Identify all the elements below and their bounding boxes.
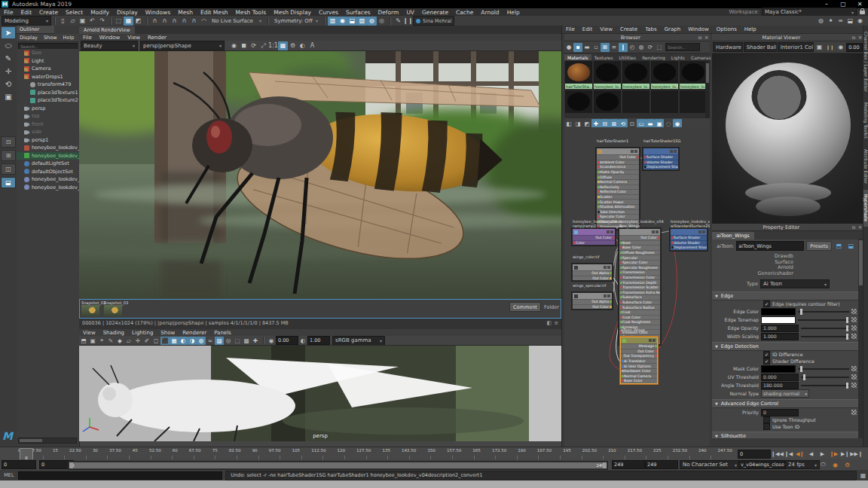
outliner-menu-item[interactable]: Display <box>17 35 41 41</box>
select-camera-icon[interactable]: ▣ <box>88 337 97 345</box>
viewer-camera-icon[interactable]: ▣ <box>815 43 824 52</box>
node-attribute-row[interactable]: Out Color <box>573 276 612 281</box>
snapshot-thumbnail[interactable]: Snapshot_02 <box>81 300 101 316</box>
isolate-aov-icon[interactable]: A <box>307 41 317 50</box>
clear-view-icon[interactable]: ⬚ <box>655 43 664 52</box>
node-attribute-row[interactable]: Out Color <box>619 235 660 240</box>
material-swatch[interactable] <box>622 90 649 113</box>
node-attribute-row[interactable]: Base Color <box>619 245 660 250</box>
status-toggle-icon[interactable]: ◧ <box>547 320 552 326</box>
scale-tool-icon[interactable]: ▣ <box>2 91 15 102</box>
sidebar-tab[interactable]: Attribute Editor <box>863 145 868 188</box>
node-hairtubeshader1[interactable]: hairTubeShader1 Out ColorAmbient ColorIn… <box>596 148 640 230</box>
renderview-menu-item[interactable]: Window <box>96 35 124 41</box>
viewer-geometry-selector[interactable]: Shader Ball <box>744 42 777 52</box>
node-port[interactable] <box>610 277 612 279</box>
property-editor-float-icon[interactable]: ⧉ <box>851 224 857 230</box>
sidebar-tab[interactable]: Channel Box / Layer Editor <box>863 27 868 96</box>
snap-grid-icon[interactable]: ∩ <box>150 17 160 26</box>
node-port[interactable] <box>620 261 622 264</box>
node-port[interactable] <box>598 196 600 198</box>
exposure-field[interactable]: 0.00 <box>276 336 298 345</box>
browser-tab[interactable]: Cameras <box>688 54 714 60</box>
checkbox-row[interactable]: Shader Difference <box>712 358 858 364</box>
node-attribute-row[interactable]: Displacement Shader <box>671 245 707 250</box>
menu-item[interactable]: Create <box>35 9 62 16</box>
slider[interactable] <box>798 311 849 313</box>
outliner-menu-item[interactable]: Help <box>60 35 78 41</box>
menu-item[interactable]: Curves <box>315 9 342 16</box>
lock-camera-icon[interactable]: ⌖ <box>97 337 106 345</box>
symmetry-selector[interactable]: Symmetry: Off <box>271 16 321 26</box>
node-attribute-row[interactable]: Displacement Shader <box>643 164 678 169</box>
node-port[interactable] <box>610 306 612 308</box>
node-port[interactable] <box>620 286 622 288</box>
character-set-selector[interactable]: No Character Set <box>680 460 740 469</box>
node-attribute-row[interactable]: Reflected Color <box>597 189 639 194</box>
attribute-editor-toggle-icon[interactable]: ⬓ <box>845 17 855 26</box>
outliner-item[interactable]: honeybee_lookdev_v04r <box>17 175 79 184</box>
bookmark-icon[interactable]: ◆ <box>115 337 124 345</box>
node-port[interactable] <box>598 186 600 188</box>
slider[interactable] <box>798 368 849 370</box>
outliner-item[interactable]: place3dTexture1 <box>17 89 79 97</box>
node-attribute-row[interactable]: Out Color <box>573 304 612 310</box>
node-attribute-row[interactable]: Out Color <box>597 154 639 160</box>
render-camera-selector[interactable]: persp|perspShape <box>140 41 225 50</box>
map-texture-icon[interactable] <box>851 410 857 415</box>
hypershade-menu-item[interactable]: Edit <box>579 26 597 32</box>
select-hierarchy-icon[interactable]: ⬚ <box>114 17 124 26</box>
viewer-exposure-field[interactable]: 0.00 <box>846 43 863 52</box>
material-swatch[interactable] <box>651 90 678 113</box>
viewport-menu-item[interactable]: Shading <box>99 330 128 336</box>
render-stop-icon[interactable]: ◼ <box>239 41 249 50</box>
checkbox-row[interactable]: Ignore Throughput <box>712 416 858 423</box>
multisample-icon[interactable]: ▨ <box>215 337 224 345</box>
isolate-select-icon[interactable]: ⬚ <box>233 337 242 345</box>
select-tool-icon[interactable]: ➤ <box>2 27 15 38</box>
outliner-item[interactable]: Camera <box>17 65 79 73</box>
node-attribute-row[interactable]: Out Alpha <box>573 270 612 276</box>
browser-tab[interactable]: Utilities <box>616 54 640 60</box>
menu-item[interactable]: Cache <box>452 9 477 16</box>
launch-app-icon[interactable]: ◎ <box>377 17 387 26</box>
node-header[interactable] <box>573 293 612 299</box>
map-texture-icon[interactable] <box>851 317 857 322</box>
node-port[interactable] <box>598 201 600 203</box>
pause-icon[interactable]: ❙❙ <box>403 17 413 26</box>
swatch-scrollbar[interactable] <box>705 60 710 118</box>
swatch-refresh-icon[interactable]: ⬒ <box>834 242 844 251</box>
section-edge[interactable]: ▼Edge <box>712 291 858 300</box>
hypershade-menu-item[interactable]: Help <box>741 26 760 32</box>
select-component-icon[interactable]: ◩ <box>133 17 143 26</box>
node-attribute-row[interactable]: Normal Camera <box>621 374 657 379</box>
presets-button[interactable]: Presets <box>806 241 832 251</box>
workspace-lock-icon[interactable] <box>860 11 865 14</box>
sort-time-icon[interactable]: ◴ <box>628 43 637 52</box>
animation-end-field[interactable]: 249 <box>645 460 678 469</box>
snap-projected-center-icon[interactable]: ∩ <box>179 17 189 26</box>
grease-pencil-icon[interactable]: ✐ <box>142 337 151 345</box>
script-editor-icon[interactable]: ▦ <box>858 471 868 480</box>
make-live-icon[interactable]: ◠ <box>199 17 209 26</box>
browser-close-icon[interactable]: ✕ <box>703 35 710 40</box>
outliner-item[interactable]: honeybee_lookdev_v04g <box>17 144 79 152</box>
value-field[interactable]: 1.000 <box>761 325 799 332</box>
node-aistandardsurface2sg[interactable]: honeybee_lookdev_v04 aiStandardSurface2S… <box>670 228 708 251</box>
value-field[interactable]: 0.000 <box>761 374 799 381</box>
shaded-icon[interactable]: ⬛ <box>160 337 170 345</box>
node-port[interactable] <box>620 242 622 244</box>
node-attribute-row[interactable]: Message <box>621 343 657 349</box>
node-attribute-row[interactable]: Transmission Extra Roughness <box>619 290 660 295</box>
swatch-medium-icon[interactable]: ▬ <box>582 43 591 52</box>
node-port[interactable] <box>610 300 612 303</box>
go-to-start-button[interactable]: ❙◀◀ <box>772 449 783 459</box>
node-attribute-row[interactable]: Specular Color <box>619 260 660 265</box>
refresh-swatches-icon[interactable]: ⟳ <box>646 43 655 52</box>
viewport-image[interactable]: persp <box>79 346 561 441</box>
node-attribute-row[interactable]: Scatter Power <box>597 199 639 204</box>
edge-checkbox[interactable] <box>763 300 770 307</box>
material-swatch[interactable] <box>565 90 592 113</box>
node-attribute-row[interactable]: Transmission Depth <box>619 279 660 285</box>
hypershade-menu-item[interactable]: Window <box>684 26 713 32</box>
